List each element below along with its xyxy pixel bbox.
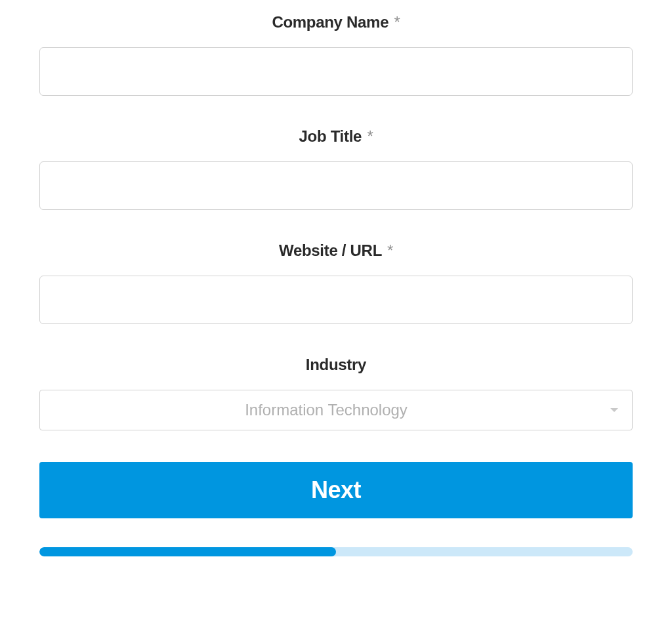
company-label-text: Company Name xyxy=(272,13,388,31)
industry-select[interactable]: Information Technology xyxy=(39,390,633,430)
required-asterisk: * xyxy=(367,127,373,145)
progress-bar xyxy=(39,547,633,556)
job-title-label-text: Job Title xyxy=(299,127,362,145)
company-label: Company Name * xyxy=(39,13,633,31)
company-field-group: Company Name * xyxy=(39,13,633,96)
next-button[interactable]: Next xyxy=(39,462,633,518)
company-input[interactable] xyxy=(39,47,633,96)
website-label: Website / URL * xyxy=(39,241,633,260)
industry-label-text: Industry xyxy=(306,356,366,373)
required-asterisk: * xyxy=(387,241,393,259)
job-title-input[interactable] xyxy=(39,161,633,210)
required-asterisk: * xyxy=(394,13,400,31)
industry-label: Industry xyxy=(39,356,633,374)
website-input[interactable] xyxy=(39,276,633,324)
job-title-label: Job Title * xyxy=(39,127,633,146)
website-field-group: Website / URL * xyxy=(39,241,633,324)
form-container: Company Name * Job Title * Website / URL… xyxy=(39,13,633,556)
job-title-field-group: Job Title * xyxy=(39,127,633,210)
progress-fill xyxy=(39,547,336,556)
website-label-text: Website / URL xyxy=(279,241,382,259)
industry-select-wrapper: Information Technology xyxy=(39,390,633,430)
industry-field-group: Industry Information Technology xyxy=(39,356,633,430)
